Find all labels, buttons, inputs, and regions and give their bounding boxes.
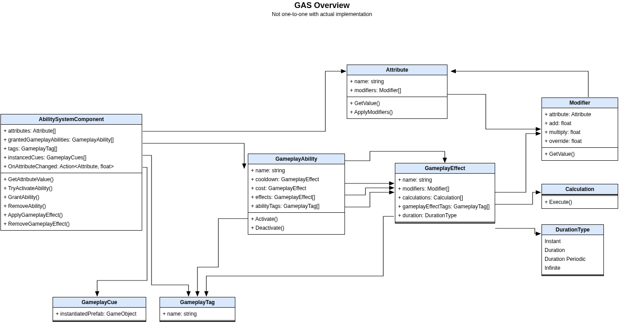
attr-row: + name: string bbox=[163, 309, 232, 318]
attributes-section: + attribute: Attribute + add: float + mu… bbox=[542, 108, 618, 147]
class-calculation: Calculation + Execute() bbox=[541, 184, 618, 209]
method-row: + TryActivateAbility() bbox=[4, 184, 139, 193]
attr-row: + effects: GameplayEffect[] bbox=[251, 193, 342, 202]
attr-row: + grantedGameplayAbilities: GameplayAbil… bbox=[4, 135, 139, 144]
class-attribute: Attribute + name: string + modifiers: Mo… bbox=[347, 65, 447, 119]
attributes-section: + name: string + cooldown: GameplayEffec… bbox=[248, 164, 345, 212]
attr-row: + attribute: Attribute bbox=[545, 110, 615, 119]
class-title: GameplayTag bbox=[160, 297, 235, 308]
method-row: + Activate() bbox=[251, 215, 342, 223]
class-title: AbilitySystemComponent bbox=[1, 114, 142, 125]
attr-row: + name: string bbox=[350, 77, 444, 86]
divider bbox=[53, 320, 146, 321]
attr-row: + calculations: Calculation[] bbox=[398, 193, 492, 202]
methods-section: + Execute() bbox=[542, 196, 618, 208]
class-modifier: Modifier + attribute: Attribute + add: f… bbox=[541, 97, 618, 161]
enum-value: Duration Periodic bbox=[545, 255, 601, 264]
method-row: + Deactivate() bbox=[251, 223, 342, 232]
class-title: GameplayCue bbox=[53, 297, 146, 308]
attributes-section: + name: string + modifiers: Modifier[] +… bbox=[395, 174, 495, 222]
attr-row: + instantiatedPrefab: GameObject bbox=[56, 309, 143, 318]
enum-value: Instant bbox=[545, 237, 601, 246]
method-row: + ApplyGameplayEffect() bbox=[4, 211, 139, 219]
class-title: Attribute bbox=[347, 65, 447, 75]
method-row: + GetAttributeValue() bbox=[4, 175, 139, 184]
enum-value: Duration bbox=[545, 246, 601, 255]
method-row: + GrantAbility() bbox=[4, 193, 139, 202]
class-gameplay-cue: GameplayCue + instantiatedPrefab: GameOb… bbox=[53, 297, 146, 322]
methods-section: + GetValue() + ApplyModifiers() bbox=[347, 97, 447, 118]
values-section: Instant Duration Duration Periodic Infin… bbox=[542, 235, 603, 274]
method-row: + Execute() bbox=[545, 198, 615, 207]
attr-row: + OnAttributeChanged: Action<Attribute, … bbox=[4, 162, 139, 171]
method-row: + ApplyModifiers() bbox=[350, 108, 444, 117]
class-gameplay-ability: GameplayAbility + name: string + cooldow… bbox=[248, 154, 345, 235]
attr-row: + duration: DurationType bbox=[398, 211, 492, 220]
attr-row: + instancedCues: GameplayCues[] bbox=[4, 153, 139, 162]
attr-row: + multiply: float bbox=[545, 128, 615, 137]
class-title: GameplayEffect bbox=[395, 163, 495, 174]
method-row: + GetValue() bbox=[545, 150, 615, 158]
attr-row: + attributes: Attribute[] bbox=[4, 126, 139, 135]
enum-value: Infinite bbox=[545, 264, 601, 272]
divider bbox=[395, 222, 495, 223]
methods-section: + GetAttributeValue() + TryActivateAbili… bbox=[1, 173, 142, 230]
attributes-section: + name: string + modifiers: Modifier[] bbox=[347, 75, 447, 97]
attr-row: + abilityTags: GameplayTag[] bbox=[251, 202, 342, 211]
methods-section: + Activate() + Deactivate() bbox=[248, 212, 345, 234]
class-gameplay-effect: GameplayEffect + name: string + modifier… bbox=[395, 163, 495, 223]
attr-row: + cost: GameplayEffect bbox=[251, 184, 342, 193]
diagram-subtitle: Not one-to-one with actual implementatio… bbox=[0, 11, 644, 17]
attr-row: + gameplayEffectTags: GameplayTag[] bbox=[398, 202, 492, 211]
diagram-title-block: GAS Overview Not one-to-one with actual … bbox=[0, 1, 644, 17]
class-title: Calculation bbox=[542, 184, 618, 195]
attributes-section: + attributes: Attribute[] + grantedGamep… bbox=[1, 125, 142, 173]
diagram-title: GAS Overview bbox=[0, 1, 644, 10]
attr-row: + modifiers: Modifier[] bbox=[350, 86, 444, 95]
method-row: + RemoveGameplayEffect() bbox=[4, 219, 139, 228]
class-title: DurationType bbox=[542, 225, 603, 235]
attr-row: + name: string bbox=[251, 166, 342, 175]
methods-section: + GetValue() bbox=[542, 147, 618, 160]
attr-row: + cooldown: GameplayEffect bbox=[251, 175, 342, 184]
attr-row: + add: float bbox=[545, 119, 615, 128]
class-title: Modifier bbox=[542, 98, 618, 108]
divider bbox=[160, 320, 235, 321]
attr-row: + override: float bbox=[545, 137, 615, 146]
attributes-section: + instantiatedPrefab: GameObject bbox=[53, 308, 146, 320]
class-ability-system-component: AbilitySystemComponent + attributes: Att… bbox=[0, 114, 142, 231]
attr-row: + modifiers: Modifier[] bbox=[398, 184, 492, 193]
attr-row: + name: string bbox=[398, 175, 492, 184]
class-duration-type: DurationType Instant Duration Duration P… bbox=[541, 224, 604, 276]
divider bbox=[542, 274, 603, 276]
method-row: + GetValue() bbox=[350, 99, 444, 108]
attr-row: + tags: GameplayTag[] bbox=[4, 144, 139, 153]
class-title: GameplayAbility bbox=[248, 154, 345, 164]
method-row: + RemoveAbility() bbox=[4, 202, 139, 211]
attributes-section: + name: string bbox=[160, 308, 235, 320]
class-gameplay-tag: GameplayTag + name: string bbox=[160, 297, 235, 322]
